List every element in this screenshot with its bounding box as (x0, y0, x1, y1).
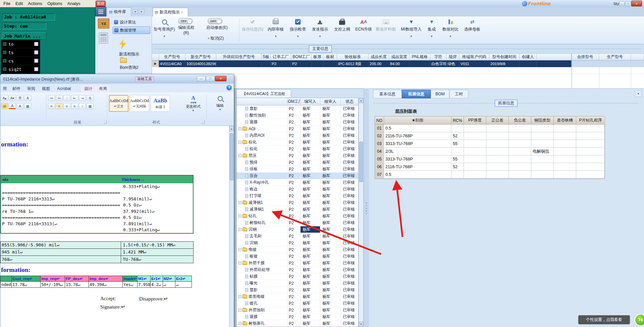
table-row[interactable]: 05 3313-TU-768P 55 (375, 155, 604, 163)
bom-factory-cell[interactable]: P2 (287, 146, 301, 152)
word-titlebar[interactable]: 0114ica0-Impedance Design(New).rtf [兼容..… (0, 74, 234, 84)
status-cell[interactable]: 已审核 (341, 293, 359, 300)
checker-cell[interactable]: 杨军 (320, 152, 341, 159)
writer-cell[interactable]: 杨军 (301, 320, 320, 327)
tree-expander-icon[interactable] (238, 141, 241, 144)
process-flow-tab[interactable]: 【4V0114ICA0】工艺流程 (236, 89, 291, 98)
column-header[interactable]: 编写人 (301, 98, 320, 105)
writer-cell[interactable]: 杨军 (301, 132, 320, 139)
column-header[interactable]: PNL规格 (410, 53, 430, 60)
process-step-cell[interactable]: 排板 (236, 166, 287, 173)
process-row[interactable]: 棕化 P2 杨军 杨军 已审核 (236, 146, 358, 152)
bom-factory-cell[interactable]: P2 (287, 206, 301, 213)
positive-tolerance-cell[interactable] (486, 140, 509, 148)
process-row[interactable]: 打字唛 P2 杨军 杨军 已审核 (236, 193, 358, 199)
column-header[interactable]: 成品宽度 (389, 53, 410, 60)
checker-cell[interactable]: 杨军 (320, 314, 341, 320)
cell-value[interactable] (520, 60, 537, 67)
negative-tolerance-cell[interactable] (509, 171, 531, 179)
process-step-cell[interactable]: X-Ray冲孔 (236, 179, 287, 186)
style-card[interactable]: AaBb 标题 1 (151, 95, 170, 112)
process-row[interactable]: 压合 P2 杨军 杨军 已审核 (236, 173, 358, 179)
status-cell[interactable]: 已审核 (341, 300, 359, 307)
drill-program-cell[interactable] (576, 125, 605, 132)
rc-cell[interactable]: 55 (451, 155, 464, 163)
checker-cell[interactable]: 杨军 (320, 273, 341, 280)
pp-thickness-cell[interactable] (464, 155, 486, 163)
mi-data-import-button[interactable]: MI数据导入 (400, 17, 422, 43)
bom-factory-cell[interactable]: P2 (287, 132, 301, 139)
maximize-button[interactable] (206, 76, 215, 81)
process-step-cell[interactable]: 退膜 (236, 314, 287, 320)
status-cell[interactable]: 已审核 (341, 213, 359, 220)
process-step-cell[interactable]: 退膜 (236, 119, 287, 126)
table-row[interactable]: 02 2116-TU-768P 52 (375, 132, 604, 140)
change-styles-button[interactable]: A 更改样式 (183, 95, 203, 116)
checker-cell[interactable]: 杨军 (320, 307, 341, 314)
writer-cell[interactable]: 杨军 (301, 233, 320, 240)
tree-expander-icon[interactable] (238, 127, 241, 130)
rc-cell[interactable]: 52 (451, 163, 464, 171)
process-row[interactable]: 沉铜 P2 杨军 杨军 已审核 (236, 240, 358, 246)
status-cell[interactable]: 已审核 (341, 186, 359, 193)
checker-cell[interactable]: 杨军 (320, 186, 341, 193)
checker-cell[interactable]: 杨军 (320, 213, 341, 220)
layer-row[interactable]: siq2t (1, 65, 40, 74)
iron-slot-cell[interactable] (554, 171, 576, 179)
bom-factory-cell[interactable]: P2 (287, 267, 301, 273)
char-shading-button[interactable]: ▦ (24, 103, 31, 109)
dropdown-icon[interactable] (163, 35, 166, 38)
bom-factory-cell[interactable]: P2 (287, 280, 301, 287)
copper-foil-cell[interactable] (531, 132, 554, 140)
column-header[interactable]: 订单工厂 (271, 53, 291, 60)
layer-color-chip[interactable] (34, 42, 38, 46)
checker-cell[interactable]: 杨军 (320, 293, 341, 300)
layer-toggle-icon[interactable] (3, 59, 6, 62)
bom-factory-cell[interactable]: P2 (287, 246, 301, 253)
cancel-button[interactable]: 取消(Z) (208, 36, 224, 41)
checker-cell[interactable]: 杨军 (320, 246, 341, 253)
copper-foil-cell[interactable] (531, 163, 554, 171)
status-cell[interactable]: 已审核 (341, 139, 359, 146)
column-header[interactable]: 终端客户代码 (460, 53, 489, 60)
bom-factory-cell[interactable]: P2 (287, 220, 301, 226)
process-row[interactable]: 棕化 P2 杨军 杨军 已审核 (236, 139, 358, 146)
bom-query-folder-icon[interactable] (120, 58, 127, 63)
increase-indent-button[interactable]: ⇥ (79, 95, 86, 101)
bom-factory-cell[interactable]: P2 (287, 126, 301, 132)
process-row[interactable]: 退膜 P2 杨军 杨军 已审核 (236, 119, 358, 126)
writer-cell[interactable]: 杨军 (301, 105, 320, 112)
column-header[interactable]: ★剖面 (384, 116, 451, 125)
cell-value[interactable]: 白色字符 (430, 60, 446, 67)
process-row[interactable]: 图形电镀 P2 杨军 杨军 已审核 (236, 293, 358, 300)
bom-factory-cell[interactable]: P2 (287, 139, 301, 146)
drill-program-cell[interactable] (576, 148, 605, 155)
status-cell[interactable]: 已审核 (341, 199, 359, 206)
ribbon-tab[interactable]: 视图 (39, 85, 53, 92)
bom-factory-cell[interactable]: P2 (287, 199, 301, 206)
writer-cell[interactable]: 杨军 (301, 253, 320, 260)
pp-thickness-cell[interactable] (464, 163, 486, 171)
process-step-cell[interactable]: 板镀 (236, 253, 287, 260)
process-step-cell[interactable]: 电镀 (236, 246, 287, 253)
column-header[interactable]: 负公差 (509, 116, 531, 125)
layer-color-chip[interactable] (34, 67, 38, 71)
process-step-cell[interactable]: 压合 (236, 173, 287, 179)
writer-cell[interactable]: 杨军 (301, 152, 320, 159)
profile-cell[interactable]: 3313-TU-768P (384, 155, 451, 163)
menu-item[interactable]: File (3, 1, 10, 6)
pp-thickness-cell[interactable] (464, 132, 486, 140)
bullets-button[interactable]: ≔ (48, 95, 55, 101)
process-step-cell[interactable]: 棕化 (236, 146, 287, 152)
writer-cell[interactable]: 杨军 (301, 199, 320, 206)
profile-cell[interactable]: 0.5 (384, 125, 451, 132)
process-step-cell[interactable]: 去毛刺 (236, 233, 287, 240)
ribbon-tab[interactable]: 邮件 (9, 85, 24, 92)
iron-slot-cell[interactable] (554, 132, 576, 140)
cell-value[interactable]: P2 (271, 60, 291, 67)
layer-toggle-icon[interactable] (3, 67, 6, 71)
process-row[interactable]: 镀孔 P2 杨军 杨军 已审核 (236, 300, 358, 307)
tree-expander-icon[interactable] (238, 228, 241, 231)
pp-thickness-cell[interactable] (464, 125, 486, 132)
editing-group-button[interactable]: 编辑 (211, 95, 229, 116)
